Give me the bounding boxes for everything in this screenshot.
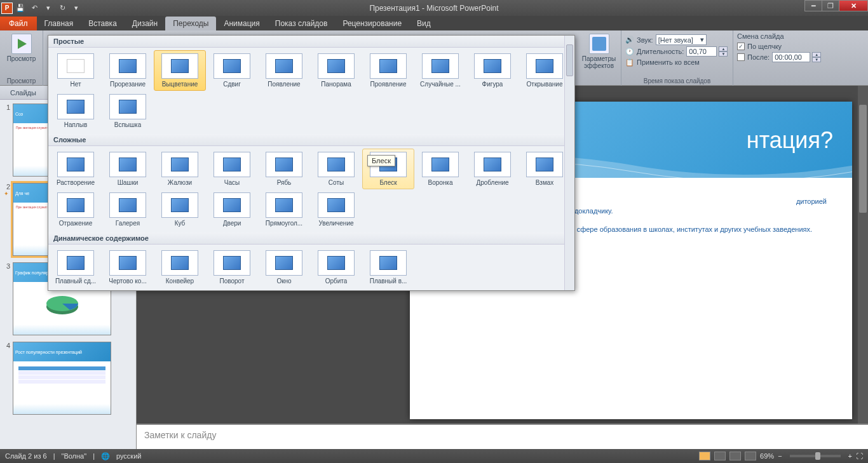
transition-плавныйсд[interactable]: Плавный сд... (50, 247, 102, 288)
transition-соты[interactable]: Соты (310, 149, 362, 189)
thumbnail-4[interactable]: 4Рост популярности презентаций (4, 342, 132, 415)
transition-случайные[interactable]: Случайные ... (414, 50, 466, 91)
transition-прямоугол[interactable]: Прямоугол... (258, 189, 310, 230)
scrollbar-thumb[interactable] (859, 105, 867, 213)
transition-появление[interactable]: Появление (258, 50, 310, 91)
zoom-out-button[interactable]: − (778, 452, 782, 460)
duration-spinner[interactable]: ▲▼ (719, 46, 728, 57)
transition-icon (318, 250, 355, 276)
zoom-in-button[interactable]: + (848, 452, 852, 460)
repeat-icon[interactable]: ↻ (56, 2, 69, 15)
transition-орбита[interactable]: Орбита (310, 247, 362, 288)
status-left: Слайд 2 из 6 | "Волна" | 🌐 русский (5, 452, 141, 460)
transition-наплыв[interactable]: Наплыв (50, 91, 102, 131)
transition-icon (526, 53, 563, 79)
tab-slideshow[interactable]: Показ слайдов (268, 17, 336, 30)
gallery-grid-dynamic: Плавный сд...Чертово ко...КонвейерПоворо… (48, 245, 574, 290)
transition-icon (318, 53, 355, 79)
transition-нет[interactable]: Нет (50, 50, 102, 91)
on-click-checkbox[interactable]: ✓ По щелчку (737, 43, 850, 50)
view-slideshow-button[interactable] (745, 452, 756, 460)
transition-галерея[interactable]: Галерея (102, 189, 154, 230)
transition-воронка[interactable]: Воронка (414, 149, 466, 189)
effect-options-button[interactable]: Параметры эффектов (577, 30, 621, 86)
transition-увеличение[interactable]: Увеличение (310, 189, 362, 230)
duration-input[interactable]: 00,70 (686, 46, 717, 57)
transition-label: Выцветание (162, 81, 198, 88)
transition-label: Чертово ко... (109, 278, 147, 285)
transition-часы[interactable]: Часы (206, 149, 258, 189)
transition-окно[interactable]: Окно (258, 247, 310, 288)
transitions-gallery-popup: Простые НетПрорезаниеВыцветаниеСдвигПояв… (48, 35, 575, 291)
undo-icon[interactable]: ↶ (28, 2, 41, 15)
scrollbar-thumb[interactable] (566, 44, 573, 76)
window-controls: ━ ❐ ✕ (805, 0, 868, 11)
transition-плавныйв[interactable]: Плавный в... (362, 247, 414, 288)
after-spinner[interactable]: ▲▼ (812, 52, 821, 62)
tab-transitions[interactable]: Переходы (165, 17, 216, 30)
transition-открывание[interactable]: Открывание (519, 50, 571, 91)
tab-design[interactable]: Дизайн (125, 17, 165, 30)
transition-жалюзи[interactable]: Жалюзи (154, 149, 206, 189)
tab-review[interactable]: Рецензирование (335, 17, 409, 30)
transition-фигура[interactable]: Фигура (466, 50, 519, 91)
zoom-thumb[interactable] (815, 452, 820, 460)
zoom-value[interactable]: 69% (760, 452, 774, 460)
sound-dropdown[interactable]: [Нет звука]▾ (656, 34, 707, 45)
fit-button[interactable]: ⛶ (856, 452, 863, 460)
gallery-scrollbar[interactable] (564, 36, 574, 290)
transition-чертовоко[interactable]: Чертово ко... (102, 247, 154, 288)
transition-выцветание[interactable]: Выцветание (154, 50, 206, 91)
transition-двери[interactable]: Двери (206, 189, 258, 230)
transition-рябь[interactable]: Рябь (258, 149, 310, 189)
zoom-slider[interactable] (790, 455, 841, 457)
transition-конвейер[interactable]: Конвейер (154, 247, 206, 288)
transition-отражение[interactable]: Отражение (50, 189, 102, 230)
transition-label: Открывание (527, 81, 563, 88)
transition-взмах[interactable]: Взмах (519, 149, 571, 189)
view-normal-button[interactable] (699, 452, 710, 460)
on-click-label: По щелчку (747, 43, 782, 50)
vertical-scrollbar[interactable] (858, 86, 868, 424)
transition-icon (57, 94, 94, 119)
transition-проявление[interactable]: Проявление (362, 50, 414, 91)
transition-дробление[interactable]: Дробление (466, 149, 519, 189)
after-input[interactable]: 00:00,00 (772, 52, 810, 62)
transition-сдвиг[interactable]: Сдвиг (206, 50, 258, 91)
tab-animations[interactable]: Анимация (216, 17, 267, 30)
duration-value: 00,70 (689, 48, 707, 55)
apply-all-button[interactable]: 📋 Применить ко всем (625, 58, 729, 67)
tab-slides[interactable]: Слайды (4, 88, 43, 98)
after-value: 00:00,00 (775, 53, 802, 61)
save-icon[interactable]: 💾 (14, 2, 27, 15)
transition-шашки[interactable]: Шашки (102, 149, 154, 189)
group-advance: Смена слайда ✓ По щелчку После: 00:00,00… (733, 30, 854, 85)
transition-поворот[interactable]: Поворот (206, 247, 258, 288)
minimize-button[interactable]: ━ (804, 0, 822, 11)
tab-view[interactable]: Вид (409, 17, 438, 30)
view-sorter-button[interactable] (714, 452, 726, 460)
transition-label: Проявление (370, 81, 407, 88)
tab-home[interactable]: Главная (37, 17, 81, 30)
notes-pane[interactable]: Заметки к слайду (137, 424, 868, 449)
close-button[interactable]: ✕ (839, 0, 868, 11)
tab-insert[interactable]: Вставка (81, 17, 125, 30)
transition-прорезание[interactable]: Прорезание (102, 50, 154, 91)
transition-панорама[interactable]: Панорама (310, 50, 362, 91)
preview-button[interactable]: Просмотр (4, 32, 39, 64)
view-reading-button[interactable] (729, 452, 741, 460)
maximize-button[interactable]: ❐ (822, 0, 839, 11)
qat-customize-icon[interactable]: ▾ (70, 2, 83, 15)
app-icon[interactable]: P (1, 3, 13, 14)
language-icon: 🌐 (101, 452, 110, 460)
tab-file[interactable]: Файл (0, 17, 37, 30)
transition-icon (318, 192, 355, 218)
transition-куб[interactable]: Куб (154, 189, 206, 230)
transition-вспышка[interactable]: Вспышка (102, 91, 154, 131)
redo-icon[interactable]: ▾ (42, 2, 55, 15)
thumb-preview: Рост популярности презентаций (13, 342, 111, 415)
apply-all-label: Применить ко всем (637, 58, 700, 66)
status-language[interactable]: русский (116, 452, 141, 460)
transition-растворение[interactable]: Растворение (50, 149, 102, 189)
after-checkbox[interactable]: После: 00:00,00 ▲▼ (737, 52, 850, 62)
